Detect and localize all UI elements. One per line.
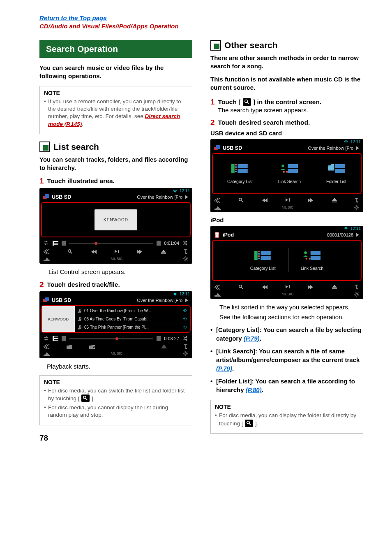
category-list-option: Category List — [227, 162, 253, 184]
svg-rect-33 — [54, 243, 58, 244]
page-ref-link[interactable]: (P.79) — [244, 335, 260, 342]
list-icon — [53, 336, 58, 341]
music-note-icon — [78, 325, 82, 330]
source-ipod-icon — [214, 232, 220, 238]
repeat-icon — [44, 241, 49, 246]
bullet-item: [Link Search]: You can search a file of … — [210, 347, 363, 373]
search-method-bullets: [Category List]: You can search a file b… — [210, 325, 363, 394]
play-icon — [185, 195, 189, 199]
screenshot-list-area: 12:11 USB SD Over the Rainbow [Fro KENWO… — [39, 188, 192, 264]
play-pause-icon — [286, 198, 291, 202]
vertical-divider — [288, 248, 288, 272]
t-icon — [183, 249, 188, 254]
repeat-one-icon: ⟲ — [183, 316, 187, 322]
home-icon — [44, 351, 50, 356]
progress-bar: .bar[style*="--p"]::after{left:55%} — [69, 338, 153, 339]
search-icon — [81, 395, 90, 402]
back-icon — [214, 285, 221, 290]
link-search-option: Link Search — [278, 162, 301, 184]
breadcrumb-link[interactable]: CD/Audio and Visual Files/iPod/Apps Oper… — [39, 23, 179, 30]
note-box-1: NOTE If you use a remote controller, you… — [39, 86, 192, 134]
svg-rect-34 — [54, 244, 58, 245]
search-icon — [67, 249, 73, 255]
note-title: NOTE — [215, 404, 359, 410]
return-top-link[interactable]: Return to the Top page — [39, 14, 107, 21]
source-usb-sd-icon — [43, 194, 49, 200]
screenshot-track-list: 12:11 USB SD Over the Rainbow [Fro KENWO… — [39, 291, 192, 358]
marker-b-icon — [157, 241, 161, 246]
category-list-icon — [231, 162, 249, 175]
folder-down-icon — [89, 344, 96, 349]
back-icon — [44, 249, 50, 254]
folder-list-icon — [328, 162, 345, 175]
page-number: 78 — [39, 434, 48, 443]
home-icon — [214, 292, 221, 297]
right-column: Other search There are other search meth… — [210, 40, 363, 441]
play-icon — [185, 298, 189, 302]
shuffle-icon — [182, 241, 188, 246]
repeat-one-icon: ⟲ — [183, 308, 187, 313]
result-text-1: List Control screen appears. — [39, 268, 192, 276]
note-box-right: NOTE For disc media, you can display the… — [210, 400, 363, 433]
source-usb-sd-icon — [214, 145, 220, 151]
search-icon — [245, 420, 253, 427]
search-icon — [243, 98, 251, 106]
svg-rect-41 — [62, 336, 66, 341]
search-icon — [238, 197, 244, 203]
gear-icon — [354, 205, 359, 210]
album-art-placeholder: KENWOOD — [95, 209, 137, 230]
source-usb-sd-icon — [43, 297, 49, 303]
result-text-right-2: See the following sections for each oper… — [210, 313, 363, 321]
bullet-item: [Category List]: You can search a file b… — [210, 325, 363, 343]
back-icon — [214, 198, 221, 203]
next-track-icon — [308, 285, 314, 289]
section-square-icon — [39, 142, 50, 152]
svg-rect-38 — [54, 337, 58, 337]
marker-a-icon — [62, 336, 66, 341]
screenshot-usb-categories: 12:11 USB SD Over the Rainbow [Fro Categ… — [210, 139, 363, 212]
eject-icon — [332, 198, 337, 202]
category-list-option: Category List — [250, 249, 276, 271]
category-list-icon — [254, 249, 272, 262]
marker-a-icon — [62, 241, 66, 246]
subsection-other-search: Other search — [210, 40, 363, 51]
note-title: NOTE — [44, 379, 188, 385]
play-pause-icon — [115, 250, 120, 254]
repeat-icon — [44, 336, 49, 341]
marker-b-icon — [157, 336, 161, 341]
section-square-icon — [210, 40, 221, 51]
section-title-search-operation: Search Operation — [39, 40, 192, 58]
search-icon — [238, 284, 244, 290]
folder-up-icon — [67, 344, 73, 349]
subsection-list-search: List search — [39, 142, 192, 152]
screenshot-ipod-categories: 12:11 iPod 00001/00128 Category List — [210, 226, 363, 299]
list-icon — [53, 241, 58, 246]
note-box-2: NOTE For disc media, you can switch the … — [39, 375, 192, 425]
note-item: For disc media, you cannot display the l… — [44, 404, 188, 419]
prev-track-icon — [262, 198, 268, 202]
svg-rect-39 — [54, 338, 58, 339]
gear-icon — [183, 351, 188, 356]
svg-rect-37 — [53, 336, 54, 341]
svg-rect-36 — [157, 241, 161, 246]
track-row: 06 The Pink Panther [From the Pi...⟲ — [76, 323, 188, 331]
link-search-option: Link Search — [301, 249, 323, 271]
scroll-up-icon — [161, 344, 167, 349]
track-row: 03 As Time Goes By [From Casabl...⟲ — [76, 315, 188, 323]
prev-track-icon — [262, 285, 268, 289]
list-search-intro: You can search tracks, folders, and file… — [39, 155, 192, 172]
step-2: 2 Touch desired track/file. — [39, 281, 192, 289]
other-search-intro-1: There are other search methods in order … — [210, 54, 363, 71]
page-ref-link[interactable]: (P.80) — [246, 386, 262, 393]
wifi-icon — [173, 292, 177, 296]
note-item: For disc media, you can switch the file … — [44, 387, 188, 402]
link-search-icon — [303, 249, 321, 262]
step-1: 1 Touch illustrated area. — [39, 177, 192, 186]
page-ref-link[interactable]: (P.79) — [216, 365, 232, 372]
track-row: 01 Over the Rainbow [From The W...⟲ — [76, 307, 188, 315]
play-icon — [356, 146, 360, 150]
repeat-one-icon: ⟲ — [183, 325, 187, 330]
caption-ipod: iPod — [210, 216, 363, 223]
wifi-icon — [344, 227, 348, 230]
home-icon — [214, 205, 221, 210]
